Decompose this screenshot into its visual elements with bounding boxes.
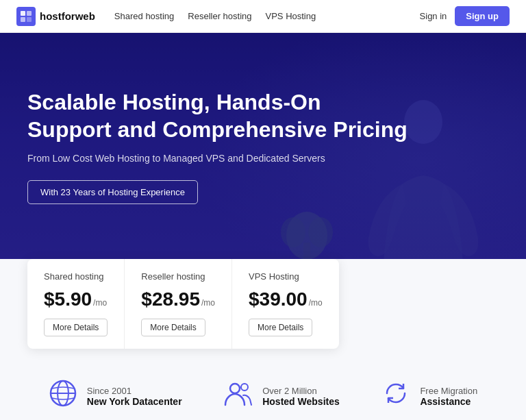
feature-websites: Over 2 Million Hosted Websites: [224, 379, 340, 414]
price-per-shared: /mo: [93, 298, 107, 308]
hero-title: Scalable Hosting, Hands-On Support and C…: [27, 88, 411, 143]
card-title-shared: Shared hosting: [44, 271, 108, 282]
card-title-vps: VPS Hosting: [249, 271, 323, 282]
hero-cta-button[interactable]: With 23 Years of Hosting Experience: [27, 180, 198, 204]
nav-reseller-hosting[interactable]: Reseller hosting: [188, 11, 251, 21]
pricing-section: Shared hosting $5.90 /mo More Details Re…: [0, 259, 526, 349]
price-main-reseller: $28.95: [141, 288, 200, 310]
logo[interactable]: hostforweb: [16, 7, 95, 26]
nav-links: Shared hosting Reseller hosting VPS Host…: [114, 11, 420, 21]
features-section: Since 2001 New York Datacenter Over 2 Mi…: [0, 349, 526, 420]
pricing-card-vps: VPS Hosting $39.00 /mo More Details: [232, 259, 339, 349]
hero-subtitle: From Low Cost Web Hosting to Managed VPS…: [27, 153, 411, 164]
nav-shared-hosting[interactable]: Shared hosting: [114, 11, 174, 21]
svg-rect-3: [27, 17, 32, 22]
card-title-reseller: Reseller hosting: [141, 271, 215, 282]
svg-point-13: [241, 384, 248, 391]
nav-vps-hosting[interactable]: VPS Hosting: [266, 11, 316, 21]
pricing-cards: Shared hosting $5.90 /mo More Details Re…: [27, 259, 339, 349]
hero-section: Scalable Hosting, Hands-On Support and C…: [0, 33, 526, 286]
feature-text-migration: Free Migration Assistance: [420, 386, 477, 407]
price-main-vps: $39.00: [249, 288, 308, 310]
price-per-vps: /mo: [309, 298, 323, 308]
feature-line2-websites: Hosted Websites: [262, 396, 340, 407]
sign-up-button[interactable]: Sign up: [455, 6, 510, 26]
card-price-reseller: $28.95 /mo: [141, 288, 215, 310]
svg-rect-2: [21, 17, 25, 22]
refresh-icon: [381, 379, 410, 414]
svg-point-7: [281, 217, 305, 247]
more-details-reseller[interactable]: More Details: [141, 319, 205, 336]
feature-text-datacenter: Since 2001 New York Datacenter: [87, 386, 182, 407]
logo-icon: [16, 7, 36, 26]
card-price-shared: $5.90 /mo: [44, 288, 108, 310]
price-main-shared: $5.90: [44, 288, 92, 310]
pricing-card-reseller: Reseller hosting $28.95 /mo More Details: [125, 259, 232, 349]
feature-line1-websites: Over 2 Million: [262, 386, 340, 396]
more-details-shared[interactable]: More Details: [44, 319, 108, 336]
feature-line2-datacenter: New York Datacenter: [87, 396, 182, 407]
card-price-vps: $39.00 /mo: [249, 288, 323, 310]
pricing-card-shared: Shared hosting $5.90 /mo More Details: [27, 259, 125, 349]
feature-line2-migration: Assistance: [420, 396, 477, 407]
logo-text: hostforweb: [40, 10, 95, 22]
more-details-vps[interactable]: More Details: [249, 319, 312, 336]
users-icon: [224, 379, 253, 414]
feature-line1-migration: Free Migration: [420, 386, 477, 396]
svg-point-8: [308, 217, 333, 247]
feature-migration: Free Migration Assistance: [381, 379, 477, 414]
feature-line1-datacenter: Since 2001: [87, 386, 182, 396]
sign-in-link[interactable]: Sign in: [420, 11, 447, 21]
globe-icon: [49, 379, 77, 414]
svg-point-12: [230, 384, 240, 393]
feature-datacenter: Since 2001 New York Datacenter: [49, 379, 182, 414]
feature-text-websites: Over 2 Million Hosted Websites: [262, 386, 340, 407]
hero-content: Scalable Hosting, Hands-On Support and C…: [27, 88, 411, 204]
nav-right: Sign in Sign up: [420, 6, 510, 26]
navbar: hostforweb Shared hosting Reseller hosti…: [0, 0, 526, 33]
price-per-reseller: /mo: [201, 298, 215, 308]
svg-rect-1: [27, 11, 32, 16]
svg-rect-0: [21, 11, 25, 16]
